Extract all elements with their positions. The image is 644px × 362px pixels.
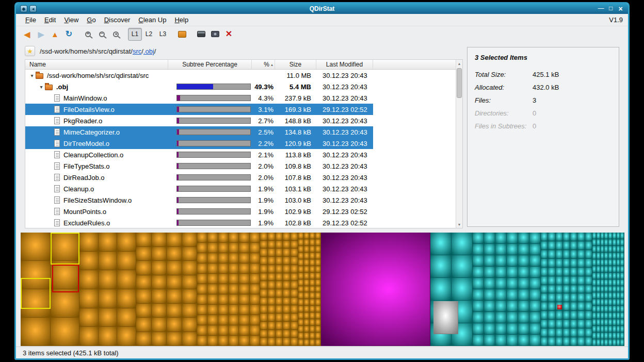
treemap-tile[interactable] xyxy=(117,327,136,345)
treemap-tile[interactable] xyxy=(304,286,309,292)
treemap-tile[interactable] xyxy=(310,246,315,252)
treemap-tile[interactable] xyxy=(557,305,561,309)
treemap-tile[interactable] xyxy=(608,326,612,332)
treemap-tile[interactable] xyxy=(304,253,309,259)
treemap-tile[interactable] xyxy=(556,268,562,276)
treemap-tile[interactable] xyxy=(570,233,577,241)
column-header-last-modified[interactable]: Last Modified xyxy=(316,60,373,69)
treemap-tile[interactable] xyxy=(620,233,624,239)
treemap-tile[interactable] xyxy=(298,233,303,239)
treemap-tile[interactable] xyxy=(541,311,548,319)
treemap-tile[interactable] xyxy=(597,312,600,319)
treemap-tile[interactable] xyxy=(507,255,518,266)
treemap-tile[interactable] xyxy=(597,233,600,239)
treemap-tile[interactable] xyxy=(283,338,290,345)
treemap-tile[interactable] xyxy=(484,289,495,300)
treemap-tile[interactable] xyxy=(507,267,518,277)
treemap-tile[interactable] xyxy=(484,233,495,243)
treemap-tile[interactable] xyxy=(556,311,562,319)
tree-scrollbar[interactable]: ▲ ▼ xyxy=(456,60,462,228)
treemap-tile[interactable] xyxy=(608,319,612,325)
zoom-reset-button[interactable] xyxy=(109,28,123,41)
treemap-tile[interactable] xyxy=(592,339,596,345)
treemap-tile[interactable] xyxy=(283,273,290,281)
treemap-tile[interactable] xyxy=(136,332,151,346)
treemap-tile[interactable] xyxy=(136,304,151,318)
treemap-tile[interactable] xyxy=(541,241,548,250)
treemap-tile[interactable] xyxy=(541,328,548,337)
treemap-tile[interactable] xyxy=(268,305,275,313)
treemap-tile[interactable] xyxy=(556,293,562,302)
treemap-tile[interactable] xyxy=(79,270,98,289)
table-row[interactable]: FileTypeStats.o 2.0% 109.8 kB 30.12.23 2… xyxy=(25,160,373,172)
treemap-tile[interactable] xyxy=(507,335,518,345)
treemap-tile[interactable] xyxy=(452,255,472,277)
treemap-tile[interactable] xyxy=(229,294,238,304)
treemap-tile[interactable] xyxy=(541,337,548,345)
treemap-tile[interactable] xyxy=(592,253,596,259)
treemap-tile[interactable] xyxy=(117,233,136,251)
treemap-tile[interactable] xyxy=(608,312,612,319)
level-3-button[interactable]: L3 xyxy=(156,28,170,41)
treemap-tile[interactable] xyxy=(229,233,238,242)
treemap-tile[interactable] xyxy=(291,281,298,289)
treemap-tile[interactable] xyxy=(218,325,228,335)
treemap-tile[interactable] xyxy=(315,312,320,319)
table-row[interactable]: ▾ /ssd-work/home/sh/src/qdirstat/src 11.… xyxy=(25,70,373,81)
treemap-tile[interactable] xyxy=(310,299,315,305)
treemap-tile[interactable] xyxy=(268,289,275,297)
treemap-tile[interactable] xyxy=(99,233,117,251)
treemap-tile[interactable] xyxy=(291,305,298,313)
treemap-tile[interactable] xyxy=(268,338,275,345)
treemap-tile[interactable] xyxy=(268,241,275,249)
treemap-tile[interactable] xyxy=(321,233,430,345)
treemap-tile[interactable] xyxy=(473,244,484,255)
treemap-tile[interactable] xyxy=(310,319,315,325)
treemap-tile[interactable] xyxy=(276,322,283,330)
maximize-button[interactable]: □ xyxy=(606,5,615,13)
treemap-tile[interactable] xyxy=(473,255,484,266)
treemap-tile[interactable] xyxy=(298,286,303,292)
treemap-tile[interactable] xyxy=(617,319,620,325)
treemap-tile[interactable] xyxy=(197,325,207,335)
treemap-tile[interactable] xyxy=(597,326,600,332)
treemap-tile[interactable] xyxy=(291,241,298,249)
treemap-tile[interactable] xyxy=(250,233,260,242)
treemap-tile[interactable] xyxy=(608,266,612,272)
treemap-tile[interactable] xyxy=(563,320,570,328)
treemap-tile[interactable] xyxy=(473,289,484,300)
treemap-tile[interactable] xyxy=(207,243,217,253)
treemap-tile[interactable] xyxy=(207,325,217,335)
treemap-tile[interactable] xyxy=(608,233,612,239)
treemap-tile[interactable] xyxy=(601,326,604,332)
treemap-tile[interactable] xyxy=(484,312,495,323)
treemap-tile[interactable] xyxy=(620,333,624,339)
treemap-tile[interactable] xyxy=(152,275,167,289)
treemap-tile[interactable] xyxy=(268,233,275,240)
treemap-tile[interactable] xyxy=(250,315,260,325)
treemap-tile[interactable] xyxy=(541,276,548,285)
back-button[interactable]: ◀ xyxy=(20,28,34,41)
treemap-tile[interactable] xyxy=(613,259,616,266)
treemap-tile[interactable] xyxy=(268,249,275,256)
treemap-tile[interactable] xyxy=(570,268,577,276)
treemap-tile[interactable] xyxy=(473,312,484,323)
treemap-tile[interactable] xyxy=(298,273,303,279)
treemap-tile[interactable] xyxy=(250,274,260,284)
treemap-tile[interactable] xyxy=(239,243,249,253)
treemap-tile[interactable] xyxy=(79,308,98,327)
treemap-tile[interactable] xyxy=(597,306,600,312)
treemap-tile[interactable] xyxy=(197,336,207,345)
treemap-tile[interactable] xyxy=(604,333,608,339)
treemap-tile[interactable] xyxy=(613,233,616,239)
treemap-tile[interactable] xyxy=(250,253,260,263)
treemap-tile[interactable] xyxy=(613,253,616,259)
treemap-tile[interactable] xyxy=(563,302,570,310)
treemap-tile[interactable] xyxy=(229,274,238,284)
treemap-tile[interactable] xyxy=(620,326,624,332)
treemap-tile[interactable] xyxy=(570,328,577,337)
treemap-tile[interactable] xyxy=(563,276,570,285)
treemap-tile[interactable] xyxy=(570,259,577,267)
treemap-tile[interactable] xyxy=(597,292,600,299)
treemap-tile[interactable] xyxy=(541,259,548,267)
